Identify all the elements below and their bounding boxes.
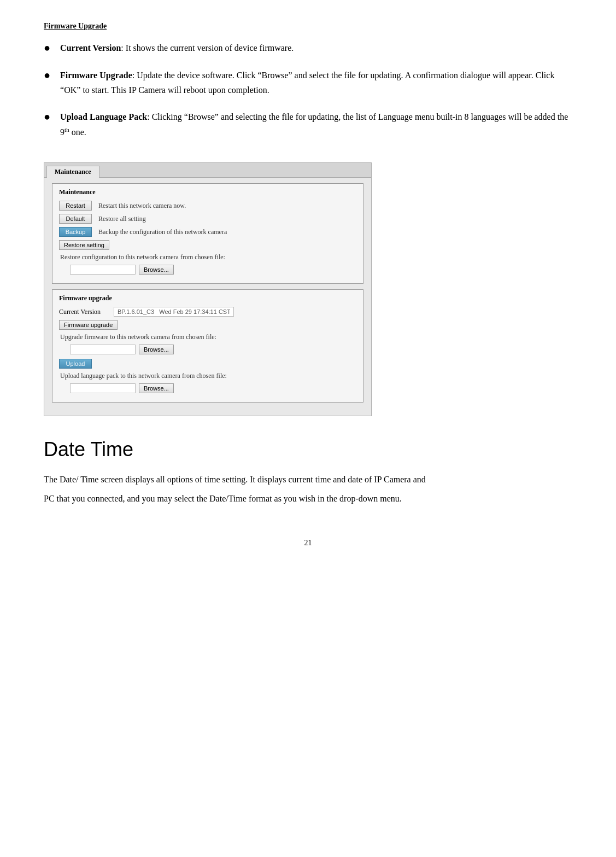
current-version-value [114,307,234,317]
restore-label: Restore configuration to this network ca… [60,253,225,261]
firmware-upgrade-button[interactable]: Firmware upgrade [59,320,118,330]
bullet-dot-1: ● [44,39,50,56]
bullet-item-upload-language: ● Upload Language Pack: Clicking “Browse… [44,109,572,139]
bullet-desc-1: : It shows the current version of device… [121,43,294,53]
restore-browse-button[interactable]: Browse... [139,265,174,275]
restore-setting-button[interactable]: Restore setting [59,240,109,250]
current-version-label: Current Version [59,308,114,316]
restart-row: Restart Restart this network camera now. [59,201,356,211]
bullet-dot-2: ● [44,67,50,83]
default-desc: Restore all setting [98,215,146,223]
bullet-desc-2: : Update the device software. Click “Bro… [60,71,554,95]
firmware-browse-button[interactable]: Browse... [139,345,174,354]
restart-button[interactable]: Restart [59,201,92,211]
firmware-label-row: Upgrade firmware to this network camera … [59,333,356,341]
bullet-sup: th [64,126,69,133]
date-time-text-2: PC that you connected, and you may selec… [44,491,572,506]
firmware-browse-row: Browse... [59,345,356,354]
default-row: Default Restore all setting [59,214,356,224]
restart-desc: Restart this network camera now. [98,202,186,210]
date-time-heading: Date Time [44,438,572,461]
upload-file-input[interactable] [70,383,136,393]
bullet-desc-3b: one. [69,127,86,137]
bullet-text-upload-language: Upload Language Pack: Clicking “Browse” … [60,109,572,139]
tab-maintenance[interactable]: Maintenance [46,166,99,178]
bullet-dot-3: ● [44,108,50,125]
backup-button[interactable]: Backup [59,227,92,237]
restore-browse-row: Browse... [59,265,356,275]
page-number: 21 [44,539,572,547]
bullet-label-1: Current Version [60,43,121,53]
current-version-row: Current Version [59,307,356,317]
firmware-upgrade-btn-row: Firmware upgrade [59,320,356,330]
bullet-label-3: Upload Language Pack [60,112,147,121]
upload-label: Upload language pack to this network cam… [60,372,227,380]
screenshot-body: Maintenance Restart Restart this network… [44,177,371,416]
bullet-item-current-version: ● Current Version: It shows the current … [44,40,572,56]
firmware-file-input[interactable] [70,345,136,354]
bullet-text-firmware-upgrade: Firmware Upgrade: Update the device soft… [60,68,572,97]
bullet-label-2: Firmware Upgrade [60,71,132,80]
bullet-item-firmware-upgrade: ● Firmware Upgrade: Update the device so… [44,68,572,97]
upload-browse-row: Browse... [59,383,356,393]
restore-file-input[interactable] [70,265,136,275]
tab-bar: Maintenance [44,163,371,177]
section-heading: Firmware Upgrade [44,22,572,31]
firmware-section-box: Firmware upgrade Current Version Firmwar… [52,289,363,403]
restore-setting-row: Restore setting [59,240,356,250]
upload-browse-button[interactable]: Browse... [139,383,174,393]
restore-label-row: Restore configuration to this network ca… [59,253,356,261]
maintenance-section-box: Maintenance Restart Restart this network… [52,183,363,284]
upload-button[interactable]: Upload [59,359,92,369]
default-button[interactable]: Default [59,214,92,224]
backup-row: Backup Backup the configuration of this … [59,227,356,237]
firmware-label: Upgrade firmware to this network camera … [60,333,216,341]
backup-desc: Backup the configuration of this network… [98,228,227,236]
firmware-section-title: Firmware upgrade [59,294,356,302]
screenshot-container: Maintenance Maintenance Restart Restart … [44,162,372,416]
bullet-text-current-version: Current Version: It shows the current ve… [60,40,294,55]
maintenance-section-title: Maintenance [59,188,356,196]
upload-btn-row: Upload [59,359,356,369]
upload-label-row: Upload language pack to this network cam… [59,372,356,380]
date-time-text-1: The Date/ Time screen displays all optio… [44,472,572,487]
